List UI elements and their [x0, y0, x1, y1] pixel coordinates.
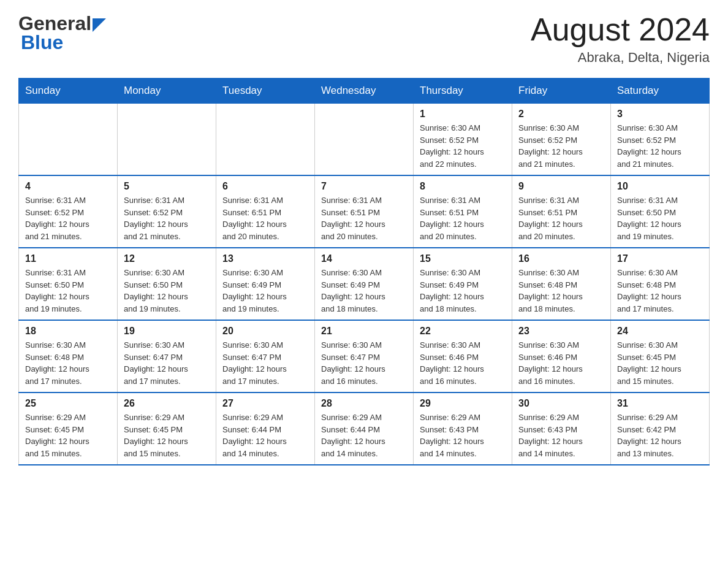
calendar-cell: 7Sunrise: 6:31 AMSunset: 6:51 PMDaylight…	[315, 175, 414, 248]
calendar-header-row: SundayMondayTuesdayWednesdayThursdayFrid…	[19, 79, 710, 104]
day-info: Sunrise: 6:30 AMSunset: 6:48 PMDaylight:…	[25, 339, 111, 387]
calendar-cell: 17Sunrise: 6:30 AMSunset: 6:48 PMDayligh…	[611, 248, 710, 320]
calendar-cell: 26Sunrise: 6:29 AMSunset: 6:45 PMDayligh…	[118, 393, 216, 465]
page-header: General Blue August 2024 Abraka, Delta, …	[18, 12, 710, 66]
day-number: 17	[617, 253, 703, 264]
calendar-cell: 6Sunrise: 6:31 AMSunset: 6:51 PMDaylight…	[216, 175, 315, 248]
calendar-cell: 21Sunrise: 6:30 AMSunset: 6:47 PMDayligh…	[315, 320, 414, 393]
calendar-cell: 11Sunrise: 6:31 AMSunset: 6:50 PMDayligh…	[19, 248, 118, 320]
day-info: Sunrise: 6:29 AMSunset: 6:43 PMDaylight:…	[518, 412, 604, 459]
day-number: 18	[25, 326, 111, 337]
day-info: Sunrise: 6:29 AMSunset: 6:44 PMDaylight:…	[222, 412, 308, 459]
day-number: 9	[518, 181, 604, 192]
day-number: 21	[321, 326, 407, 337]
calendar-cell: 14Sunrise: 6:30 AMSunset: 6:49 PMDayligh…	[315, 248, 414, 320]
logo-blue: Blue	[21, 31, 63, 54]
day-info: Sunrise: 6:30 AMSunset: 6:52 PMDaylight:…	[420, 122, 506, 170]
day-number: 23	[518, 326, 604, 337]
day-info: Sunrise: 6:31 AMSunset: 6:51 PMDaylight:…	[321, 194, 407, 242]
calendar-cell: 24Sunrise: 6:30 AMSunset: 6:45 PMDayligh…	[611, 320, 710, 393]
day-number: 6	[222, 181, 308, 192]
calendar-cell: 31Sunrise: 6:29 AMSunset: 6:42 PMDayligh…	[611, 393, 710, 465]
calendar-cell: 22Sunrise: 6:30 AMSunset: 6:46 PMDayligh…	[414, 320, 512, 393]
calendar-cell: 28Sunrise: 6:29 AMSunset: 6:44 PMDayligh…	[315, 393, 414, 465]
day-number: 8	[420, 181, 506, 192]
location: Abraka, Delta, Nigeria	[531, 50, 710, 66]
day-info: Sunrise: 6:29 AMSunset: 6:42 PMDaylight:…	[617, 412, 703, 459]
day-info: Sunrise: 6:30 AMSunset: 6:45 PMDaylight:…	[617, 339, 703, 387]
calendar-cell: 10Sunrise: 6:31 AMSunset: 6:50 PMDayligh…	[611, 175, 710, 248]
day-number: 3	[617, 109, 703, 120]
calendar-cell: 18Sunrise: 6:30 AMSunset: 6:48 PMDayligh…	[19, 320, 118, 393]
day-number: 30	[518, 398, 604, 409]
day-number: 7	[321, 181, 407, 192]
day-info: Sunrise: 6:29 AMSunset: 6:45 PMDaylight:…	[124, 412, 210, 459]
day-info: Sunrise: 6:30 AMSunset: 6:49 PMDaylight:…	[420, 267, 506, 315]
day-number: 22	[420, 326, 506, 337]
weekday-header-sunday: Sunday	[19, 79, 118, 104]
calendar-cell	[19, 104, 118, 176]
title-section: August 2024 Abraka, Delta, Nigeria	[531, 12, 710, 66]
calendar-table: SundayMondayTuesdayWednesdayThursdayFrid…	[18, 78, 710, 465]
day-info: Sunrise: 6:31 AMSunset: 6:51 PMDaylight:…	[518, 194, 604, 242]
calendar-week-1: 1Sunrise: 6:30 AMSunset: 6:52 PMDaylight…	[19, 104, 710, 176]
day-number: 25	[25, 398, 111, 409]
calendar-cell: 19Sunrise: 6:30 AMSunset: 6:47 PMDayligh…	[118, 320, 216, 393]
day-number: 14	[321, 253, 407, 264]
day-number: 5	[124, 181, 210, 192]
calendar-cell: 20Sunrise: 6:30 AMSunset: 6:47 PMDayligh…	[216, 320, 315, 393]
day-info: Sunrise: 6:31 AMSunset: 6:50 PMDaylight:…	[617, 194, 703, 242]
calendar-week-4: 18Sunrise: 6:30 AMSunset: 6:48 PMDayligh…	[19, 320, 710, 393]
day-number: 24	[617, 326, 703, 337]
day-info: Sunrise: 6:30 AMSunset: 6:46 PMDaylight:…	[518, 339, 604, 387]
weekday-header-wednesday: Wednesday	[315, 79, 414, 104]
calendar-cell: 25Sunrise: 6:29 AMSunset: 6:45 PMDayligh…	[19, 393, 118, 465]
day-info: Sunrise: 6:30 AMSunset: 6:48 PMDaylight:…	[518, 267, 604, 315]
calendar-cell: 9Sunrise: 6:31 AMSunset: 6:51 PMDaylight…	[512, 175, 611, 248]
day-number: 28	[321, 398, 407, 409]
calendar-cell: 5Sunrise: 6:31 AMSunset: 6:52 PMDaylight…	[118, 175, 216, 248]
day-info: Sunrise: 6:30 AMSunset: 6:50 PMDaylight:…	[124, 267, 210, 315]
day-info: Sunrise: 6:31 AMSunset: 6:50 PMDaylight:…	[25, 267, 111, 315]
day-number: 26	[124, 398, 210, 409]
day-info: Sunrise: 6:30 AMSunset: 6:48 PMDaylight:…	[617, 267, 703, 315]
calendar-cell: 12Sunrise: 6:30 AMSunset: 6:50 PMDayligh…	[118, 248, 216, 320]
calendar-cell: 13Sunrise: 6:30 AMSunset: 6:49 PMDayligh…	[216, 248, 315, 320]
day-number: 31	[617, 398, 703, 409]
weekday-header-monday: Monday	[118, 79, 216, 104]
calendar-cell: 2Sunrise: 6:30 AMSunset: 6:52 PMDaylight…	[512, 104, 611, 176]
day-info: Sunrise: 6:30 AMSunset: 6:52 PMDaylight:…	[617, 122, 703, 170]
calendar-cell: 1Sunrise: 6:30 AMSunset: 6:52 PMDaylight…	[414, 104, 512, 176]
day-info: Sunrise: 6:31 AMSunset: 6:52 PMDaylight:…	[25, 194, 111, 242]
calendar-cell	[315, 104, 414, 176]
weekday-header-tuesday: Tuesday	[216, 79, 315, 104]
calendar-cell: 8Sunrise: 6:31 AMSunset: 6:51 PMDaylight…	[414, 175, 512, 248]
calendar-cell: 4Sunrise: 6:31 AMSunset: 6:52 PMDaylight…	[19, 175, 118, 248]
svg-marker-0	[93, 18, 106, 32]
day-number: 12	[124, 253, 210, 264]
day-info: Sunrise: 6:30 AMSunset: 6:49 PMDaylight:…	[321, 267, 407, 315]
day-info: Sunrise: 6:30 AMSunset: 6:46 PMDaylight:…	[420, 339, 506, 387]
day-info: Sunrise: 6:30 AMSunset: 6:47 PMDaylight:…	[321, 339, 407, 387]
day-info: Sunrise: 6:30 AMSunset: 6:47 PMDaylight:…	[222, 339, 308, 387]
day-info: Sunrise: 6:31 AMSunset: 6:51 PMDaylight:…	[420, 194, 506, 242]
day-info: Sunrise: 6:29 AMSunset: 6:44 PMDaylight:…	[321, 412, 407, 459]
calendar-week-5: 25Sunrise: 6:29 AMSunset: 6:45 PMDayligh…	[19, 393, 710, 465]
day-number: 13	[222, 253, 308, 264]
logo: General Blue	[18, 12, 106, 54]
logo-triangle-icon	[93, 18, 106, 32]
calendar-cell: 16Sunrise: 6:30 AMSunset: 6:48 PMDayligh…	[512, 248, 611, 320]
day-number: 11	[25, 253, 111, 264]
day-info: Sunrise: 6:31 AMSunset: 6:52 PMDaylight:…	[124, 194, 210, 242]
weekday-header-thursday: Thursday	[414, 79, 512, 104]
day-info: Sunrise: 6:31 AMSunset: 6:51 PMDaylight:…	[222, 194, 308, 242]
month-title: August 2024	[531, 12, 710, 47]
day-number: 1	[420, 109, 506, 120]
weekday-header-friday: Friday	[512, 79, 611, 104]
day-number: 20	[222, 326, 308, 337]
calendar-week-3: 11Sunrise: 6:31 AMSunset: 6:50 PMDayligh…	[19, 248, 710, 320]
day-info: Sunrise: 6:29 AMSunset: 6:43 PMDaylight:…	[420, 412, 506, 459]
day-number: 15	[420, 253, 506, 264]
day-number: 16	[518, 253, 604, 264]
day-number: 19	[124, 326, 210, 337]
